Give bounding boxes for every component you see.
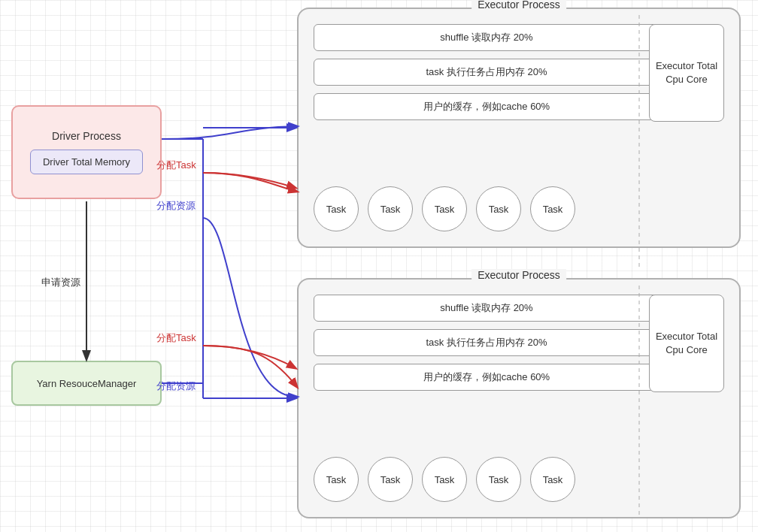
driver-process-title: Driver Process (52, 130, 121, 142)
yarn-manager-label: Yarn ResouceManager (37, 378, 137, 389)
memory-bar-shuffle-top: shuffle 读取内存 20% (314, 24, 659, 51)
memory-bar-cache-top: 用户的缓存，例如cache 60% (314, 93, 659, 120)
task-circle-b1: Task (314, 457, 359, 502)
task-circle-b3: Task (422, 457, 467, 502)
task-circle-4: Task (476, 186, 521, 231)
memory-bars-top: shuffle 读取内存 20% task 执行任务占用内存 20% 用户的缓存… (314, 24, 659, 120)
cpu-core-top: Executor TotalCpu Core (649, 24, 724, 122)
distribute-resource-2-label: 分配资源 (156, 380, 196, 391)
executor-title-top: Executor Process (471, 0, 566, 11)
apply-resource-label: 申请资源 (41, 277, 80, 288)
yarn-manager-box: Yarn ResouceManager (11, 361, 162, 406)
driver-total-memory: Driver Total Memory (30, 150, 143, 174)
memory-bars-bottom: shuffle 读取内存 20% task 执行任务占用内存 20% 用户的缓存… (314, 295, 659, 391)
task-circle-b2: Task (368, 457, 413, 502)
task-circle-5: Task (530, 186, 575, 231)
task-circle-3: Task (422, 186, 467, 231)
executor-process-bottom: Executor Process shuffle 读取内存 20% task 执… (297, 278, 741, 518)
task-circle-1: Task (314, 186, 359, 231)
executor-process-top: Executor Process shuffle 读取内存 20% task 执… (297, 8, 741, 248)
distribute-resource-1-label: 分配资源 (156, 200, 196, 211)
memory-bar-shuffle-bottom: shuffle 读取内存 20% (314, 295, 659, 322)
distribute-task-1-label: 分配Task (156, 159, 196, 171)
task-circle-b5: Task (530, 457, 575, 502)
tasks-row-top: Task Task Task Task Task (314, 186, 575, 231)
canvas: Driver Process Driver Total Memory Yarn … (0, 0, 758, 532)
distribute-task-2-label: 分配Task (156, 332, 196, 343)
executor-title-bottom: Executor Process (471, 269, 566, 281)
driver-process-box: Driver Process Driver Total Memory (11, 105, 162, 199)
tasks-row-bottom: Task Task Task Task Task (314, 457, 575, 502)
memory-bar-cache-bottom: 用户的缓存，例如cache 60% (314, 364, 659, 391)
task-circle-b4: Task (476, 457, 521, 502)
memory-bar-task-bottom: task 执行任务占用内存 20% (314, 329, 659, 356)
memory-bar-task-top: task 执行任务占用内存 20% (314, 59, 659, 86)
task-circle-2: Task (368, 186, 413, 231)
cpu-core-bottom: Executor TotalCpu Core (649, 295, 724, 392)
